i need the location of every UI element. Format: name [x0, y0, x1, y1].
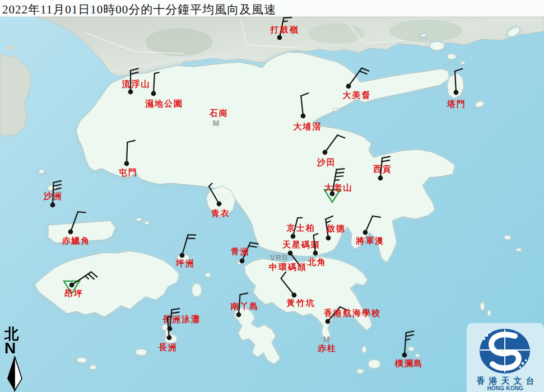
station-dot [346, 84, 351, 89]
wind-barb-icon [404, 331, 414, 355]
station-dot [402, 353, 407, 358]
hko-logo: 香港天文台 HONG KONG OBSERVATORY [467, 323, 544, 392]
station-dot [217, 202, 222, 207]
station-dot [124, 161, 129, 166]
north-arrow-icon [2, 355, 29, 392]
map-title: 2022年11月01日10時00分的十分鐘平均風向及風速 [0, 0, 544, 17]
station-dot [313, 251, 318, 256]
station-label: 長洲 [158, 343, 178, 352]
station-dot [291, 234, 296, 239]
hong-kong-map: 打鼓嶺流浮山濕地公園M石崗大美督塔門大埔滘沙田西貢大老山屯門沙洲赤鱲角青衣京士柏… [0, 0, 544, 392]
station-label: 南丫島 [230, 302, 259, 311]
station-label: 中環碼頭 [269, 263, 307, 272]
station-hk-sea-school: 香港航海學校 [323, 307, 381, 324]
station-label: 濕地公園 [145, 99, 183, 108]
station-dot [180, 253, 185, 258]
station-label: 北角 [307, 258, 327, 267]
station-dot [151, 91, 156, 96]
station-marker-m: M [213, 119, 220, 128]
lantau-island [35, 251, 179, 317]
station-peng-chau: 坪洲 [175, 235, 196, 268]
station-label: 京士柏 [286, 223, 315, 232]
station-dot [326, 319, 331, 324]
north-indicator: 北 N [2, 327, 29, 392]
station-label: 打鼓嶺 [270, 25, 299, 34]
station-dot [292, 293, 297, 298]
station-label: 西貢 [373, 165, 392, 174]
station-label: 坪洲 [175, 259, 195, 268]
hko-logo-english: HONG KONG OBSERVATORY [467, 385, 544, 392]
north-letter-label: N [4, 342, 29, 355]
station-green-island: 青洲 [230, 242, 258, 263]
station-dot [454, 90, 459, 95]
lamma-island-shape [234, 307, 280, 364]
station-sha-chau: 沙洲 [43, 181, 63, 208]
station-label: 香港航海學校 [323, 308, 381, 318]
station-stanley: M赤柱 [317, 335, 337, 353]
station-label: 石崗 [209, 109, 229, 118]
station-dot [363, 230, 368, 235]
station-dot [277, 35, 282, 40]
station-dot [240, 259, 245, 264]
station-dot [69, 283, 75, 288]
station-dot [236, 312, 241, 318]
station-marker-m: M [323, 335, 331, 344]
title-bar: 2022年11月01日10時00分的十分鐘平均風向及風速 [0, 0, 544, 17]
station-dot [323, 150, 328, 155]
station-label: 大美督 [343, 90, 371, 100]
station-dot [326, 236, 331, 241]
station-label: 青洲 [230, 247, 250, 256]
station-label: 啟德 [326, 224, 346, 233]
station-label: 赤柱 [317, 344, 337, 353]
station-label: 塔門 [447, 100, 466, 109]
station-marker-vrb: VRB [270, 253, 289, 262]
station-dot [68, 230, 73, 235]
station-label: 大埔滘 [294, 122, 322, 131]
station-dot [288, 251, 293, 256]
station-label: 黃竹坑 [286, 298, 315, 307]
wind-barb-icon [182, 235, 196, 255]
station-label: 沙田 [317, 158, 336, 167]
hong-kong-landmass [35, 25, 522, 374]
station-label: 青衣 [211, 208, 230, 218]
station-dot [167, 335, 172, 340]
station-dot [50, 203, 55, 208]
wind-map-screen: 打鼓嶺流浮山濕地公園M石崗大美督塔門大埔滘沙田西貢大老山屯門沙洲赤鱲角青衣京士柏… [0, 0, 544, 392]
station-label: 赤鱲角 [62, 236, 91, 245]
station-label: 沙洲 [43, 192, 63, 200]
hko-emblem-icon [467, 323, 544, 375]
station-label: 橫瀾島 [394, 359, 424, 368]
station-label: 大老山 [324, 183, 353, 192]
station-label: 將軍澳 [356, 236, 385, 245]
station-dot [378, 176, 383, 181]
station-label: 流浮山 [122, 79, 151, 88]
station-dot [128, 90, 133, 95]
station-label: 屯門 [118, 168, 138, 177]
station-dot [301, 114, 306, 119]
station-label: 昂坪 [64, 289, 83, 298]
